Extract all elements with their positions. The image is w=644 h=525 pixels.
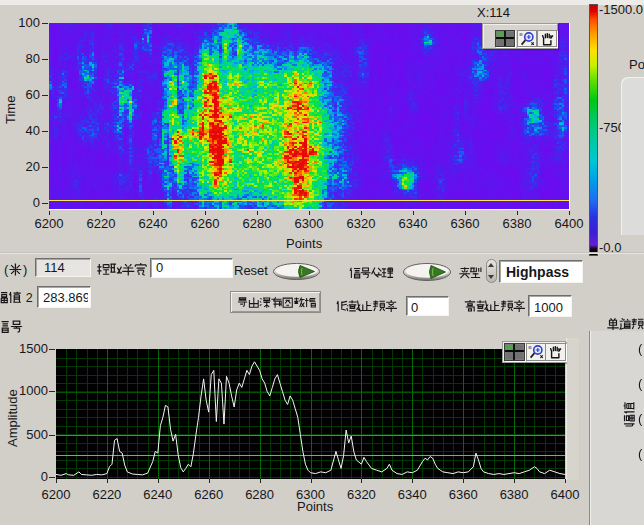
svg-text:(: ( [4, 262, 9, 277]
svg-text:(: ( [638, 411, 643, 426]
svg-text:(: ( [638, 446, 643, 461]
svg-text:2: 2 [26, 291, 33, 305]
svg-text:): ) [23, 262, 27, 277]
svg-text:(: ( [638, 341, 643, 356]
svg-text:(: ( [638, 376, 643, 391]
